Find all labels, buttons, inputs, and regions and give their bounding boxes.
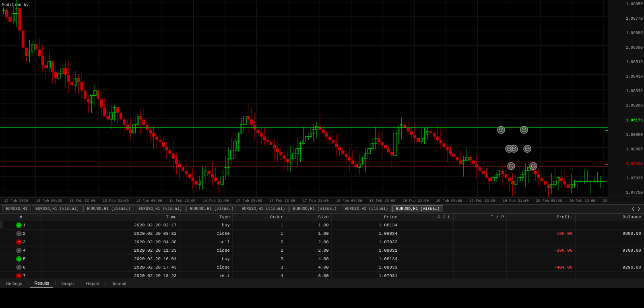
time-tick: 19 Feb 21:00	[503, 199, 529, 203]
chart-tab-6[interactable]: EURUSD,H1 (visual)	[289, 205, 340, 212]
cell-balance	[575, 255, 644, 263]
cell-order: 2	[233, 246, 286, 255]
time-axis: 12 Feb 202013 Feb 05:0013 Feb 13:0013 Fe…	[0, 197, 608, 204]
cell-price: 1.07931	[331, 272, 400, 278]
svg-line-6	[510, 165, 512, 167]
cell-price: 1.08032	[331, 246, 400, 255]
cell-profit: -200.00	[507, 246, 575, 255]
cell-id: ▲5	[0, 255, 42, 263]
cell-size: 2.00	[286, 238, 331, 246]
row-icon: ✕	[16, 248, 22, 253]
cell-profit	[507, 255, 575, 263]
cell-order: 3	[233, 255, 286, 263]
price-12: 1.07920	[609, 162, 643, 166]
col-tp: T / P	[453, 214, 506, 221]
cell-tp	[453, 246, 506, 255]
table-row[interactable]: ▲1 2020.02.20 02:17 buy 1 1.00 1.08134	[0, 221, 644, 230]
bottom-tab-settings[interactable]: Settings	[2, 280, 26, 287]
cell-sl	[400, 263, 453, 272]
price-2: 1.08770	[609, 16, 643, 21]
bottom-tab-separator: |	[78, 281, 82, 286]
chart-tab-1[interactable]: EURUSD,H1 (visual)	[32, 205, 83, 212]
cell-id: ▲1	[0, 221, 42, 230]
tab-bar: EURUSD,H1EURUSD,H1 (visual)EURUSD,H1 (vi…	[0, 205, 644, 214]
time-tick: 20 Feb 21:00	[603, 199, 608, 203]
table-row[interactable]: ▼3 2020.02.20 04:38 sell 2 2.00 1.07932	[0, 238, 644, 246]
row-icon: ▼	[16, 273, 22, 278]
cell-order: 3	[233, 263, 286, 272]
cell-tp	[453, 255, 506, 263]
cell-id: ✕4	[0, 246, 42, 255]
cell-balance	[575, 238, 644, 246]
price-1: 1.08855	[609, 2, 643, 6]
trade-marker-6[interactable]	[523, 145, 531, 153]
trade-marker-1[interactable]	[497, 126, 505, 134]
chart-tab-8[interactable]: EURUSD,H1 (visual)	[392, 205, 443, 212]
cell-time: 2020.02.20 04:38	[42, 238, 179, 246]
bottom-tab-separator: |	[26, 281, 31, 286]
table-row[interactable]: ▼7 2020.02.20 18:23 sell 4 8.00 1.07931	[0, 272, 644, 278]
table-row[interactable]: ✕4 2020.02.20 11:23 close 2 2.00 1.08032…	[0, 246, 644, 255]
chart-tab-7[interactable]: EURUSD,H1 (visual)	[341, 205, 392, 212]
cell-size: 1.00	[286, 221, 331, 230]
table-row[interactable]: ▲5 2020.02.20 16:04 buy 3 4.00 1.08134	[0, 255, 644, 263]
cell-size: 8.00	[286, 272, 331, 278]
price-axis: 1.08855 1.08770 1.08685 1.08600 1.08515 …	[608, 0, 644, 197]
price-11: 1.08005	[609, 147, 643, 152]
table-row[interactable]: ✕2 2020.02.20 03:32 close 1 1.00 1.08034…	[0, 230, 644, 238]
cell-time: 2020.02.20 02:17	[42, 221, 179, 230]
row-icon: ▼	[16, 239, 22, 245]
cell-tp	[453, 230, 506, 238]
bottom-tab-separator: |	[103, 281, 108, 286]
cell-profit: -404.00	[507, 263, 575, 272]
cell-time: 2020.02.20 17:43	[42, 263, 179, 272]
trade-marker-5[interactable]	[520, 126, 528, 134]
cell-profit	[507, 221, 575, 230]
time-tick: 13 Feb 21:00	[103, 199, 129, 203]
cell-profit	[507, 272, 575, 278]
cell-order: 1	[233, 230, 286, 238]
chart-canvas[interactable]	[0, 0, 608, 197]
tab-nav-button[interactable]: ❮ ❯	[630, 206, 642, 212]
chart-tab-0[interactable]: EURUSD,H1	[2, 205, 31, 212]
bottom-bar: Settings|Results|Graph|Report|Journal	[0, 278, 644, 288]
cell-sl	[400, 272, 453, 278]
price-9: 1.08175	[609, 118, 643, 123]
bottom-tab-report[interactable]: Report	[82, 280, 103, 287]
bottom-tab-results[interactable]: Results	[30, 279, 53, 287]
cell-size: 4.00	[286, 263, 331, 272]
cell-price: 1.08134	[331, 221, 400, 230]
time-tick: 13 Feb 13:00	[69, 199, 95, 203]
cell-order: 4	[233, 272, 286, 278]
row-icon: ▲	[16, 256, 22, 262]
price-line-green	[0, 132, 608, 132]
chart-tab-3[interactable]: EURUSD,H1 (visual)	[135, 205, 186, 212]
chart-tab-2[interactable]: EURUSD,H1 (visual)	[83, 205, 134, 212]
time-tick: 14 Feb 13:00	[169, 199, 196, 203]
row-icon: ✕	[16, 231, 22, 236]
bottom-tab-graph[interactable]: Graph	[58, 280, 78, 287]
time-tick: 18 Feb 21:00	[402, 199, 429, 203]
cell-balance	[575, 272, 644, 278]
trade-marker-7[interactable]	[529, 162, 537, 170]
price-line-red	[0, 166, 608, 166]
price-3: 1.08685	[609, 31, 643, 35]
price-8: 1.08260	[609, 103, 643, 108]
cell-id: ✕6	[0, 263, 42, 272]
bottom-tab-journal[interactable]: Journal	[107, 280, 130, 287]
table-area[interactable]: # Time Type Order Size Price S / L T / P…	[0, 214, 644, 278]
cell-type: close	[179, 263, 232, 272]
chart-area: Modified by	[0, 0, 644, 197]
time-tick: 19 Feb 13:00	[469, 199, 495, 203]
trade-marker-3[interactable]	[507, 162, 515, 170]
chart-tab-4[interactable]: EURUSD,H1 (visual)	[186, 205, 237, 212]
cell-type: close	[179, 230, 232, 238]
account-info	[567, 2, 604, 38]
cell-order: 1	[233, 221, 286, 230]
cell-size: 2.00	[286, 246, 331, 255]
chart-tab-5[interactable]: EURUSD,H1 (visual)	[238, 205, 289, 212]
table-row[interactable]: ✕6 2020.02.20 17:43 close 3 4.00 1.08033…	[0, 263, 644, 272]
col-type: Type	[179, 214, 232, 221]
cell-size: 1.00	[286, 230, 331, 238]
price-13: 1.07835	[609, 176, 643, 181]
